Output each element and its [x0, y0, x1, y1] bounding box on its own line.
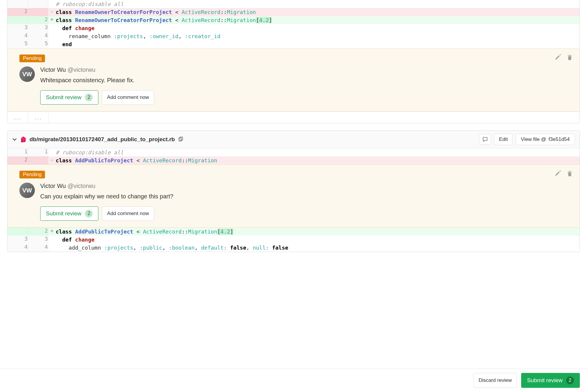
review-count-badge: 2 [85, 210, 93, 217]
comment-author[interactable]: Victor Wu @victorwu [40, 183, 571, 189]
diff-line[interactable]: 44 rename_column :projects, :owner_id, :… [7, 32, 580, 40]
pending-badge: Pending [19, 55, 45, 62]
diff-line[interactable]: 33 def change [7, 236, 580, 244]
submit-review-button[interactable]: Submit review 2 [40, 90, 98, 105]
diff-table: # rubocop:disable all2-class RenameOwner… [7, 0, 580, 48]
pencil-icon[interactable] [555, 54, 561, 60]
add-comment-now-button[interactable]: Add comment now [102, 206, 154, 221]
file-path[interactable]: db/migrate/20130110172407_add_public_to_… [29, 136, 476, 143]
comment-icon [482, 137, 488, 142]
toggle-comments-button[interactable] [479, 134, 491, 145]
edit-file-button[interactable]: Edit [494, 134, 513, 145]
diff-table: 11 # rubocop:disable all2-class AddPubli… [7, 148, 580, 164]
diff-line[interactable]: 2+class AddPublicToProject < ActiveRecor… [7, 228, 580, 236]
diff-line[interactable]: 55 end [7, 40, 580, 48]
review-comment: Pending VW Victor Wu @victorwu Can you e… [7, 164, 580, 228]
comment-text: Can you explain why we need to change th… [40, 193, 571, 200]
diff-file-1: # rubocop:disable all2-class RenameOwner… [7, 0, 580, 123]
avatar[interactable]: VW [19, 183, 35, 198]
diff-line[interactable]: 33 def change [7, 24, 580, 32]
diff-line[interactable]: 2+class RenameOwnerToCreatorForProject <… [7, 16, 580, 24]
add-comment-now-button[interactable]: Add comment now [102, 90, 154, 105]
diff-table: 2+class AddPublicToProject < ActiveRecor… [7, 228, 580, 252]
diff-line[interactable]: 2-class RenameOwnerToCreatorForProject <… [7, 8, 580, 16]
diff-line[interactable]: 2-class AddPublicToProject < ActiveRecor… [7, 156, 580, 164]
trash-icon[interactable] [566, 170, 573, 177]
comment-author[interactable]: Victor Wu @victorwu [40, 66, 571, 73]
comment-text: Whitespace consistency. Please fix. [40, 77, 571, 84]
expand-up-icon[interactable]: ... [7, 113, 28, 121]
view-file-button[interactable]: View file @ f3e51d54 [516, 134, 575, 145]
ruby-icon [20, 136, 27, 143]
diff-line[interactable]: 11 # rubocop:disable all [7, 148, 580, 156]
diff-line[interactable]: 44 add_column :projects, :public, :boole… [7, 244, 580, 252]
trash-icon[interactable] [566, 54, 573, 60]
file-header: db/migrate/20130110172407_add_public_to_… [7, 131, 580, 148]
avatar[interactable]: VW [19, 66, 35, 82]
pencil-icon[interactable] [555, 170, 561, 177]
submit-review-button[interactable]: Submit review 2 [40, 206, 98, 221]
diff-expand: ... ... [7, 111, 580, 123]
expand-down-icon[interactable]: ... [28, 113, 48, 121]
diff-file-2: db/migrate/20130110172407_add_public_to_… [7, 130, 580, 252]
review-comment: Pending VW Victor Wu @victorwu Whitespac… [7, 48, 580, 111]
diff-line[interactable]: # rubocop:disable all [7, 0, 580, 8]
copy-path-icon[interactable] [178, 137, 183, 142]
review-count-badge: 2 [85, 94, 93, 101]
pending-badge: Pending [19, 171, 45, 178]
chevron-down-icon[interactable] [12, 137, 17, 142]
